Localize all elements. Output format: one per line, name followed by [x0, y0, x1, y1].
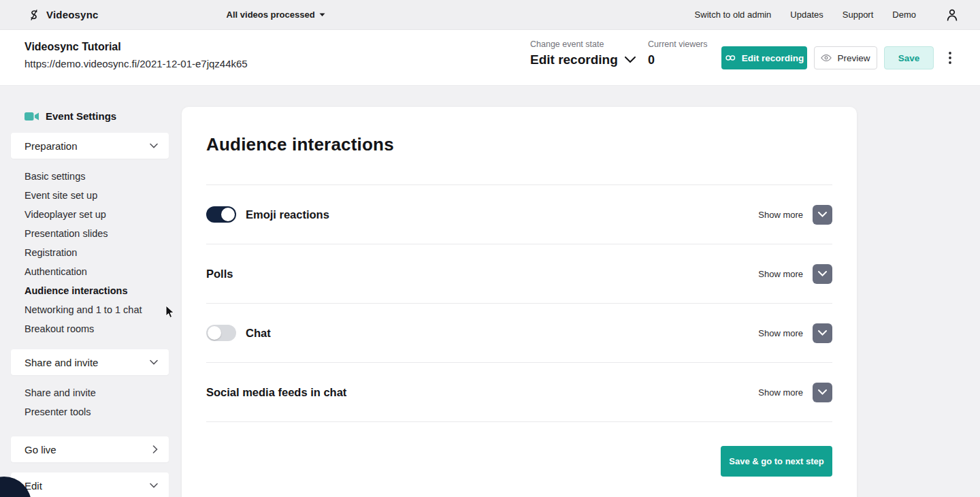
- top-bar: Videosync All videos processed Switch to…: [0, 0, 980, 30]
- event-state-label: Change event state: [530, 39, 604, 49]
- sidebar-item-event-site-set-up[interactable]: Event site set up: [0, 186, 182, 205]
- chevron-down-icon: [150, 483, 158, 488]
- link-switch-old-admin[interactable]: Switch to old admin: [695, 10, 772, 20]
- event-state-value: Edit recording: [530, 52, 618, 67]
- save-button[interactable]: Save: [884, 46, 934, 69]
- sidebar: Event Settings Preparation Basic setting…: [0, 86, 182, 497]
- feature-label: Chat: [246, 327, 271, 340]
- sidebar-title: Event Settings: [24, 110, 182, 122]
- sidebar-item-registration[interactable]: Registration: [0, 243, 182, 262]
- sidebar-item-videoplayer-set-up[interactable]: Videoplayer set up: [0, 205, 182, 224]
- expand-chevron-button[interactable]: [813, 323, 832, 343]
- videos-processed-label: All videos processed: [227, 10, 315, 20]
- chevron-down-icon: [150, 143, 158, 148]
- expand-chevron-button[interactable]: [813, 383, 832, 402]
- save-and-next-step-button[interactable]: Save & go to next step: [721, 446, 832, 477]
- sidebar-item-presenter-tools[interactable]: Presenter tools: [0, 402, 182, 421]
- nav-group-label: Share and invite: [24, 357, 98, 368]
- sidebar-item-basic-settings[interactable]: Basic settings: [0, 167, 182, 186]
- show-more-link[interactable]: Show more: [758, 269, 803, 279]
- feature-row-social-media-feeds: Social media feeds in chat Show more: [206, 363, 832, 422]
- brand-logo[interactable]: Videosync: [27, 8, 99, 22]
- current-viewers-label: Current viewers: [648, 39, 708, 49]
- videosync-logo-icon: [27, 8, 41, 22]
- chevron-right-icon: [152, 445, 158, 453]
- feature-row-emoji-reactions: Emoji reactions Show more: [206, 185, 832, 244]
- nav-items-share-and-invite: Share and invite Presenter tools: [0, 383, 182, 421]
- sidebar-title-label: Event Settings: [46, 110, 116, 122]
- video-camera-icon: [24, 112, 39, 121]
- feature-label: Social media feeds in chat: [206, 386, 346, 399]
- event-state-dropdown[interactable]: Edit recording: [530, 52, 636, 67]
- sidebar-item-networking-1to1-chat[interactable]: Networking and 1 to 1 chat: [0, 300, 182, 319]
- save-label: Save: [898, 53, 920, 63]
- feature-label: Emoji reactions: [246, 208, 329, 221]
- edit-recording-button[interactable]: Edit recording: [721, 46, 807, 69]
- toggle-knob: [221, 208, 235, 221]
- edit-recording-label: Edit recording: [742, 53, 804, 63]
- chevron-down-icon: [625, 57, 636, 63]
- expand-chevron-button[interactable]: [813, 264, 832, 284]
- sidebar-item-presentation-slides[interactable]: Presentation slides: [0, 224, 182, 243]
- show-more-link[interactable]: Show more: [758, 387, 803, 398]
- main-content-card: Audience interactions Emoji reactions Sh…: [182, 107, 857, 497]
- nav-group-label: Go live: [24, 444, 56, 455]
- link-updates[interactable]: Updates: [790, 10, 823, 20]
- sidebar-item-share-and-invite[interactable]: Share and invite: [0, 383, 182, 402]
- user-account-icon[interactable]: [945, 7, 960, 22]
- nav-group-edit[interactable]: Edit: [11, 472, 169, 497]
- show-more-link[interactable]: Show more: [758, 328, 803, 338]
- toggle-knob: [208, 326, 221, 340]
- event-url[interactable]: https://demo.videosync.fi/2021-12-01-e7j…: [24, 58, 248, 69]
- nav-group-label: Preparation: [24, 140, 78, 152]
- nav-group-preparation[interactable]: Preparation: [11, 133, 169, 159]
- emoji-reactions-toggle[interactable]: [206, 206, 236, 223]
- current-viewers-count: 0: [648, 53, 655, 67]
- event-header: Videosync Tutorial https://demo.videosyn…: [0, 30, 980, 86]
- preview-button[interactable]: Preview: [814, 46, 877, 69]
- expand-chevron-button[interactable]: [813, 205, 832, 225]
- show-more-link[interactable]: Show more: [758, 210, 803, 220]
- nav-group-share-and-invite[interactable]: Share and invite: [11, 349, 169, 375]
- sidebar-item-breakout-rooms[interactable]: Breakout rooms: [0, 319, 182, 338]
- link-demo[interactable]: Demo: [892, 10, 916, 20]
- chevron-down-icon: [150, 359, 158, 365]
- topbar-links: Switch to old admin Updates Support Demo: [695, 7, 960, 22]
- link-support[interactable]: Support: [843, 10, 874, 20]
- event-title: Videosync Tutorial: [24, 41, 121, 53]
- caret-down-icon: [319, 13, 325, 17]
- videos-processed-dropdown[interactable]: All videos processed: [227, 10, 325, 20]
- sidebar-item-audience-interactions[interactable]: Audience interactions: [0, 281, 182, 300]
- brand-name: Videosync: [46, 9, 99, 20]
- link-icon: [725, 54, 736, 62]
- feature-row-polls: Polls Show more: [206, 244, 832, 304]
- more-options-kebab-icon[interactable]: [945, 48, 956, 68]
- eye-icon: [821, 54, 832, 62]
- chat-toggle[interactable]: [206, 325, 236, 341]
- nav-items-preparation: Basic settings Event site set up Videopl…: [0, 167, 182, 338]
- sidebar-item-authentication[interactable]: Authentication: [0, 262, 182, 281]
- feature-row-chat: Chat Show more: [206, 304, 832, 363]
- feature-label: Polls: [206, 268, 233, 280]
- preview-label: Preview: [837, 53, 870, 63]
- page-title: Audience interactions: [206, 107, 832, 155]
- nav-group-go-live[interactable]: Go live: [11, 436, 169, 462]
